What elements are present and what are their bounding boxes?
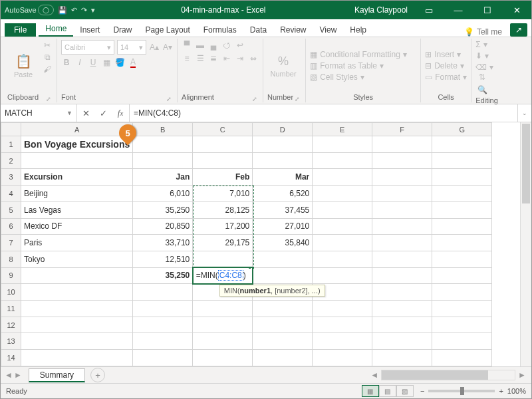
align-bottom-icon[interactable]: ▄ xyxy=(208,40,219,51)
cancel-formula-button[interactable]: ✕ xyxy=(77,108,94,118)
tell-me-search[interactable]: 💡 Tell me xyxy=(460,27,506,37)
alignment-launcher-icon[interactable]: ⤢ xyxy=(251,96,259,102)
new-sheet-button[interactable]: + xyxy=(90,368,105,382)
page-layout-view-button[interactable]: ▤ xyxy=(379,385,396,397)
tab-data[interactable]: Data xyxy=(243,23,273,37)
orientation-icon[interactable]: ⭯ xyxy=(221,40,232,51)
fill-button[interactable]: ⬇ ▾ xyxy=(475,51,498,61)
conditional-formatting-button[interactable]: ▦Conditional Formatting ▾ xyxy=(310,50,416,59)
clear-button[interactable]: ⌫ ▾ xyxy=(475,63,498,72)
file-tab[interactable]: File xyxy=(5,23,36,37)
sheet-tab-bar: ◄ ► Summary + ◄ ► xyxy=(1,366,531,383)
align-middle-icon[interactable]: ▬ xyxy=(195,40,205,51)
align-right-icon[interactable]: ≣ xyxy=(208,53,219,64)
minimize-button[interactable]: — xyxy=(444,1,473,19)
align-left-icon[interactable]: ≡ xyxy=(182,53,192,64)
tab-view[interactable]: View xyxy=(313,23,344,37)
share-button[interactable]: ↗ xyxy=(510,23,527,37)
align-center-icon[interactable]: ☰ xyxy=(195,53,205,64)
row-2[interactable]: 2 xyxy=(1,152,492,169)
find-select-icon[interactable]: 🔍 xyxy=(477,84,487,95)
save-icon[interactable]: 💾 xyxy=(58,6,67,15)
insert-function-button[interactable]: fx xyxy=(112,108,129,118)
select-all-corner[interactable] xyxy=(1,123,21,136)
row-7[interactable]: 7Paris33,71029,17535,840 xyxy=(1,235,492,251)
tab-insert[interactable]: Insert xyxy=(73,23,106,37)
zoom-level[interactable]: 100% xyxy=(507,387,526,395)
zoom-control[interactable]: − + 100% xyxy=(420,387,526,395)
insert-cells-button[interactable]: ⊞Insert ▾ xyxy=(425,50,467,59)
format-painter-icon[interactable]: 🖌 xyxy=(42,64,53,74)
sheet-tab-summary[interactable]: Summary xyxy=(29,368,85,382)
autosave-toggle[interactable]: AutoSave ◯ xyxy=(5,5,54,15)
row-13[interactable]: 13 xyxy=(1,333,492,350)
user-name[interactable]: Kayla Claypool xyxy=(348,5,414,15)
tab-page-layout[interactable]: Page Layout xyxy=(138,23,196,37)
increase-indent-icon[interactable]: ⇥ xyxy=(235,53,245,64)
worksheet-grid[interactable]: ABCDEFG 1Bon Voyage Excursions23Excursio… xyxy=(1,122,531,366)
horizontal-scrollbar[interactable]: ◄ ► xyxy=(105,370,531,380)
row-12[interactable]: 12 xyxy=(1,317,492,333)
row-3[interactable]: 3ExcursionJanFebMar xyxy=(1,169,492,186)
wrap-text-icon[interactable]: ↩ xyxy=(235,40,245,51)
cell-styles-button[interactable]: ▧Cell Styles ▾ xyxy=(310,72,416,82)
shrink-font-icon[interactable]: A▾ xyxy=(162,42,173,53)
clipboard-launcher-icon[interactable]: ⤢ xyxy=(45,96,53,102)
grow-font-icon[interactable]: A▴ xyxy=(149,42,160,53)
expand-formula-bar-icon[interactable]: ⌄ xyxy=(517,104,531,122)
zoom-slider[interactable] xyxy=(428,390,495,392)
border-icon[interactable]: ▦ xyxy=(101,57,112,68)
vertical-scrollbar[interactable] xyxy=(520,122,531,366)
bold-icon[interactable]: B xyxy=(61,57,72,68)
number-launcher-icon[interactable]: ⤢ xyxy=(293,96,301,102)
font-launcher-icon[interactable]: ⤢ xyxy=(165,96,173,102)
ribbon-options-icon[interactable]: ▭ xyxy=(414,1,444,19)
fill-color-icon[interactable]: 🪣 xyxy=(114,57,125,68)
autosum-button[interactable]: Σ ▾ xyxy=(475,40,498,49)
row-1[interactable]: 1Bon Voyage Excursions xyxy=(1,136,492,153)
tab-home[interactable]: Home xyxy=(39,22,73,37)
column-headers[interactable]: ABCDEFG xyxy=(1,123,492,136)
merge-icon[interactable]: ⇔ xyxy=(248,53,259,64)
row-4[interactable]: 4Beijing6,0107,0106,520 xyxy=(1,186,492,202)
italic-icon[interactable]: I xyxy=(74,57,85,68)
name-box[interactable]: MATCH▼ xyxy=(1,104,77,122)
font-size-select[interactable]: 14▾ xyxy=(117,40,146,55)
close-button[interactable]: ✕ xyxy=(502,1,531,19)
tab-draw[interactable]: Draw xyxy=(106,23,138,37)
copy-icon[interactable]: ⧉ xyxy=(42,52,53,63)
tab-formulas[interactable]: Formulas xyxy=(197,23,243,37)
tab-review[interactable]: Review xyxy=(273,23,313,37)
enter-formula-button[interactable]: ✓ xyxy=(94,108,112,118)
sort-filter-icon[interactable]: ⇅ xyxy=(477,72,487,82)
sheet-nav-prev-icon[interactable]: ◄ xyxy=(5,370,13,380)
format-cells-button[interactable]: ▭Format ▾ xyxy=(425,72,467,82)
redo-icon[interactable]: ↷ xyxy=(81,6,87,15)
row-6[interactable]: 6Mexico DF20,85017,20027,010 xyxy=(1,218,492,235)
row-11[interactable]: 11 xyxy=(1,301,492,317)
undo-icon[interactable]: ↶ xyxy=(71,6,77,15)
underline-icon[interactable]: U xyxy=(88,57,98,68)
sheet-nav-next-icon[interactable]: ► xyxy=(14,370,22,380)
cell-editor[interactable]: =MIN(C4:C8) xyxy=(194,268,249,283)
qat-dropdown-icon[interactable]: ▾ xyxy=(91,6,95,15)
cut-icon[interactable]: ✂ xyxy=(42,40,53,51)
delete-cells-button[interactable]: ⊟Delete ▾ xyxy=(425,61,467,70)
font-name-select[interactable]: Calibri▾ xyxy=(61,40,114,55)
tab-help[interactable]: Help xyxy=(343,23,373,37)
paste-button[interactable]: 📋 Paste xyxy=(7,40,39,92)
row-14[interactable]: 14 xyxy=(1,350,492,366)
format-as-table-button[interactable]: ▥Format as Table ▾ xyxy=(310,61,416,70)
row-8[interactable]: 8Tokyo12,510 xyxy=(1,251,492,267)
page-break-view-button[interactable]: ▧ xyxy=(396,385,414,397)
maximize-button[interactable]: ☐ xyxy=(473,1,502,19)
align-top-icon[interactable]: ▀ xyxy=(182,40,192,51)
normal-view-button[interactable]: ▦ xyxy=(362,385,379,397)
decrease-indent-icon[interactable]: ⇤ xyxy=(221,53,232,64)
number-format-button[interactable]: % Number xyxy=(267,40,299,92)
zoom-in-button[interactable]: + xyxy=(499,387,503,395)
font-color-icon[interactable]: A xyxy=(128,57,138,68)
row-5[interactable]: 5Las Vegas35,25028,12537,455 xyxy=(1,201,492,218)
zoom-out-button[interactable]: − xyxy=(420,387,424,395)
formula-input[interactable]: =MIN(C4:C8) xyxy=(130,104,517,122)
